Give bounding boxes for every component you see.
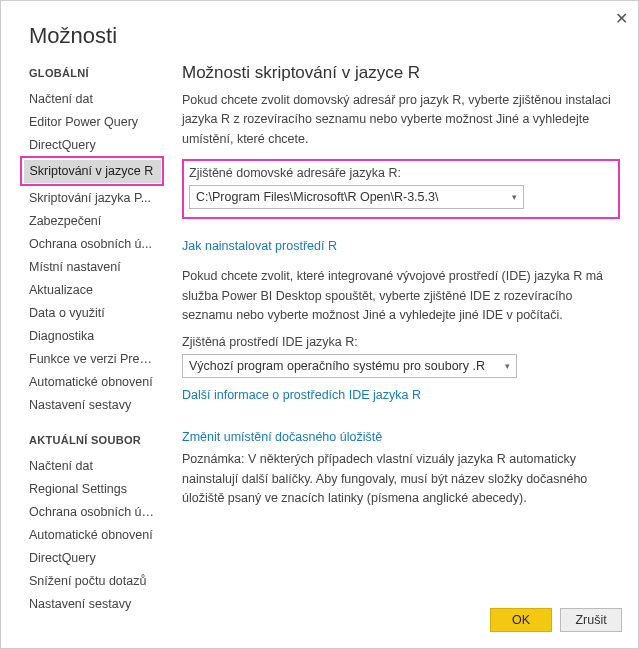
sidebar-item-diagnostics[interactable]: Diagnostika — [23, 324, 164, 347]
sidebar-item-cf-load-data[interactable]: Načtení dat — [23, 454, 164, 477]
intro-text: Pokud chcete zvolit domovský adresář pro… — [182, 91, 620, 149]
home-dir-label: Zjištěné domovské adresáře jazyka R: — [189, 166, 610, 180]
note-text: Poznámka: V některých případech vlastní … — [182, 450, 620, 508]
sidebar-item-load-data[interactable]: Načtení dat — [23, 87, 164, 110]
sidebar-item-cf-report-settings[interactable]: Nastavení sestavy — [23, 592, 164, 615]
main-title: Možnosti skriptování v jazyce R — [182, 63, 620, 83]
sidebar-item-cf-privacy[interactable]: Ochrana osobních údajů — [23, 500, 164, 523]
sidebar-item-privacy[interactable]: Ochrana osobních ú... — [23, 232, 164, 255]
sidebar-item-directquery[interactable]: DirectQuery — [23, 133, 164, 156]
ide-value: Výchozí program operačního systému pro s… — [189, 359, 485, 373]
ide-label: Zjištěná prostředí IDE jazyka R: — [182, 335, 620, 349]
ok-button[interactable]: OK — [490, 608, 552, 632]
sidebar-item-cf-auto-recovery[interactable]: Automatické obnovení — [23, 523, 164, 546]
ide-info-link[interactable]: Další informace o prostředích IDE jazyka… — [182, 388, 421, 402]
sidebar-item-updates[interactable]: Aktualizace — [23, 278, 164, 301]
temp-storage-link[interactable]: Změnit umístění dočasného úložiště — [182, 430, 382, 444]
sidebar-item-regional[interactable]: Místní nastavení — [23, 255, 164, 278]
sidebar-item-security[interactable]: Zabezpečení — [23, 209, 164, 232]
sidebar-item-cf-query-reduction[interactable]: Snížení počtu dotazů — [23, 569, 164, 592]
ide-intro-text: Pokud chcete zvolit, které integrované v… — [182, 267, 620, 325]
highlight-selected-nav: Skriptování v jazyce R — [20, 156, 164, 186]
highlight-home-dir: Zjištěné domovské adresáře jazyka R: C:\… — [182, 159, 620, 219]
main-panel: Možnosti skriptování v jazyce R Pokud ch… — [164, 63, 638, 615]
ide-select[interactable]: Výchozí program operačního systému pro s… — [182, 354, 517, 378]
sidebar-item-r-scripting[interactable]: Skriptování v jazyce R — [24, 160, 161, 183]
sidebar-item-python-scripting[interactable]: Skriptování jazyka P... — [23, 186, 164, 209]
install-r-link[interactable]: Jak nainstalovat prostředí R — [182, 239, 337, 253]
chevron-down-icon: ▾ — [505, 361, 510, 371]
dialog-footer: OK Zrušit — [490, 608, 622, 632]
close-icon[interactable]: ✕ — [615, 9, 628, 28]
sidebar-item-preview[interactable]: Funkce ve verzi Preview — [23, 347, 164, 370]
home-dir-select[interactable]: C:\Program Files\Microsoft\R Open\R-3.5.… — [189, 185, 524, 209]
home-dir-value: C:\Program Files\Microsoft\R Open\R-3.5.… — [196, 190, 438, 204]
sidebar-item-cf-directquery[interactable]: DirectQuery — [23, 546, 164, 569]
cancel-button[interactable]: Zrušit — [560, 608, 622, 632]
sidebar-header-current: AKTUÁLNÍ SOUBOR — [29, 434, 164, 446]
sidebar-item-usage-data[interactable]: Data o využití — [23, 301, 164, 324]
sidebar: GLOBÁLNÍ Načtení dat Editor Power Query … — [29, 63, 164, 615]
sidebar-item-report-settings[interactable]: Nastavení sestavy — [23, 393, 164, 416]
chevron-down-icon: ▾ — [512, 192, 517, 202]
dialog-title: Možnosti — [1, 1, 638, 63]
sidebar-item-power-query[interactable]: Editor Power Query — [23, 110, 164, 133]
sidebar-header-global: GLOBÁLNÍ — [29, 67, 164, 79]
sidebar-item-cf-regional[interactable]: Regional Settings — [23, 477, 164, 500]
sidebar-item-auto-recovery[interactable]: Automatické obnovení — [23, 370, 164, 393]
